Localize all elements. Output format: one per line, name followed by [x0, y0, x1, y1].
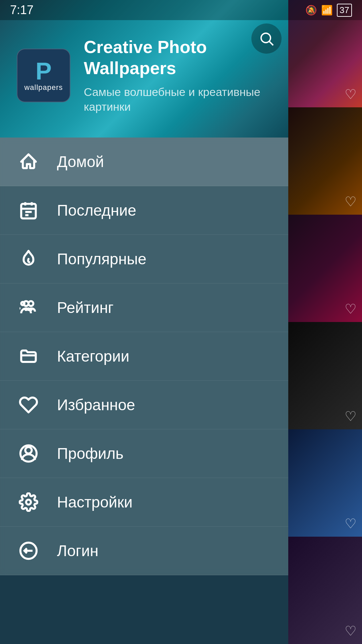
- menu-item-settings[interactable]: Настройки: [0, 478, 288, 527]
- status-time: 7:17: [10, 3, 34, 17]
- app-info: Creative Photo Wallpapers Самые волшебны…: [84, 37, 272, 114]
- menu-label-rating: Рейтинг: [57, 299, 114, 317]
- svg-line-1: [269, 42, 273, 45]
- rating-icon: [17, 296, 40, 319]
- logo-letter: P: [36, 59, 52, 83]
- favorite-button-4[interactable]: ♡: [345, 409, 357, 424]
- menu-item-home[interactable]: Домой: [0, 138, 288, 186]
- menu-label-favorites: Избранное: [57, 396, 135, 414]
- menu-label-recent: Последние: [57, 201, 136, 219]
- svg-point-17: [26, 500, 31, 505]
- sidebar-menu: Домой Последние: [0, 138, 288, 575]
- gear-icon: [17, 490, 40, 514]
- battery-icon: 37: [337, 4, 352, 17]
- menu-item-recent[interactable]: Последние: [0, 186, 288, 235]
- favorite-button-2[interactable]: ♡: [345, 194, 357, 209]
- menu-item-rating[interactable]: Рейтинг: [0, 283, 288, 332]
- folder-icon: [17, 344, 40, 368]
- wallpaper-thumb-4[interactable]: ♡: [288, 322, 362, 429]
- svg-point-0: [261, 33, 270, 43]
- app-subtitle: Самые волшебные и креативные картинки: [84, 85, 272, 114]
- login-icon: [17, 539, 40, 562]
- calendar-icon: [17, 199, 40, 222]
- wallpaper-thumb-3[interactable]: ♡: [288, 215, 362, 322]
- status-bar: 7:17 🔕 📶 37: [0, 0, 362, 20]
- menu-label-popular: Популярные: [57, 250, 146, 268]
- menu-item-categories[interactable]: Категории: [0, 332, 288, 381]
- menu-item-popular[interactable]: Популярные: [0, 235, 288, 283]
- signal-icon: 📶: [321, 5, 333, 16]
- svg-point-11: [28, 308, 29, 310]
- favorite-button-6[interactable]: ♡: [345, 623, 357, 639]
- heart-icon: [17, 393, 40, 417]
- svg-point-9: [28, 301, 34, 306]
- favorite-button-3[interactable]: ♡: [345, 301, 357, 317]
- wallpaper-grid: ♡ ♡ ♡ ♡ ♡ ♡: [288, 0, 362, 644]
- search-button[interactable]: [251, 23, 282, 54]
- menu-item-profile[interactable]: Профиль: [0, 429, 288, 478]
- menu-label-settings: Настройки: [57, 493, 133, 511]
- mute-icon: 🔕: [305, 5, 317, 16]
- menu-label-login: Логин: [57, 542, 99, 560]
- person-icon: [17, 442, 40, 465]
- wallpaper-thumb-6[interactable]: ♡: [288, 537, 362, 644]
- svg-point-15: [25, 447, 32, 453]
- sidebar: P wallpapers Creative Photo Wallpapers С…: [0, 0, 288, 644]
- menu-label-categories: Категории: [57, 347, 129, 365]
- status-icons: 🔕 📶 37: [305, 4, 352, 17]
- svg-point-12: [25, 308, 27, 310]
- svg-point-13: [30, 308, 32, 310]
- sidebar-header: P wallpapers Creative Photo Wallpapers С…: [0, 0, 288, 138]
- fire-icon: [17, 247, 40, 271]
- menu-item-login[interactable]: Логин: [0, 527, 288, 575]
- favorite-button-1[interactable]: ♡: [345, 87, 357, 102]
- wallpaper-thumb-5[interactable]: ♡: [288, 429, 362, 537]
- app-title: Creative Photo Wallpapers: [84, 37, 272, 78]
- menu-label-home: Домой: [57, 153, 104, 171]
- home-icon: [17, 150, 40, 173]
- wallpaper-thumb-2[interactable]: ♡: [288, 107, 362, 215]
- favorite-button-5[interactable]: ♡: [345, 516, 357, 531]
- app-logo: P wallpapers: [17, 49, 70, 102]
- menu-item-favorites[interactable]: Избранное: [0, 381, 288, 429]
- menu-label-profile: Профиль: [57, 444, 124, 463]
- logo-subtext: wallpapers: [24, 83, 63, 92]
